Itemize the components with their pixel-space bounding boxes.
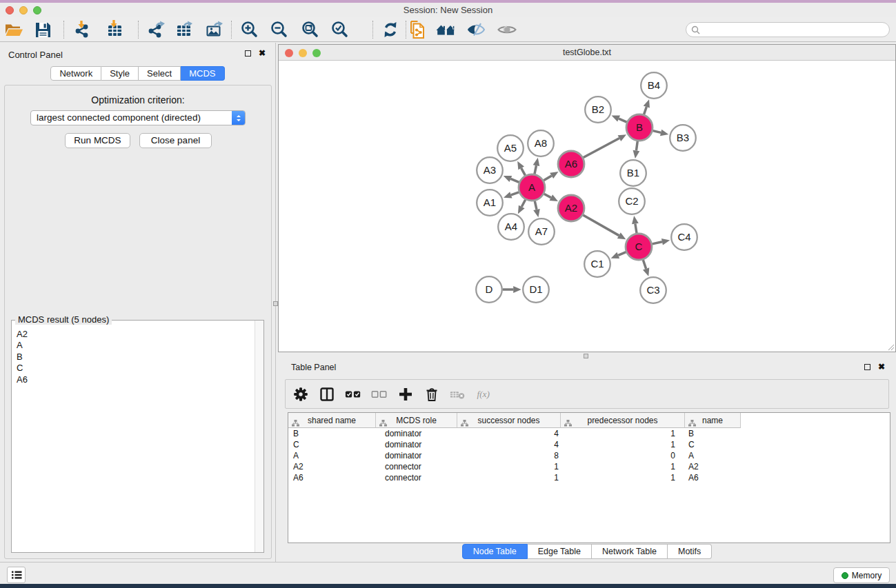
column-header-MCDS-role[interactable]: MCDS role (376, 413, 457, 428)
graph-edge[interactable] (636, 141, 637, 151)
checked-boxes-icon[interactable] (345, 386, 361, 403)
graph-edge[interactable] (535, 165, 536, 174)
tab-style[interactable]: Style (101, 66, 139, 81)
table-cell: 1 (457, 472, 561, 483)
graph-node-label: B4 (648, 79, 660, 91)
graph-node-label: A8 (535, 137, 547, 149)
table-row[interactable]: Bdominator41B (288, 428, 890, 439)
graph-edge[interactable] (653, 131, 661, 133)
graph-node-label: C4 (677, 231, 690, 243)
table-cell: 1 (561, 461, 685, 472)
graph-edge[interactable] (535, 201, 537, 210)
graph-edge[interactable] (510, 179, 519, 182)
mcds-result-item: C (17, 363, 28, 374)
refresh-icon[interactable] (380, 19, 401, 40)
add-icon[interactable] (397, 386, 414, 403)
status-bar: Memory (0, 562, 896, 584)
network-window-titlebar[interactable]: testGlobe.txt (279, 45, 895, 61)
table-row[interactable]: A6connector11A6 (288, 472, 890, 483)
graph-node-label: A (528, 181, 535, 193)
tab-node-table[interactable]: Node Table (462, 544, 528, 559)
graph-edge[interactable] (544, 176, 551, 181)
graph-node-label: B1 (627, 167, 639, 179)
graph-edge[interactable] (583, 215, 619, 236)
table-cell: C (685, 439, 741, 450)
status-list-button[interactable] (7, 567, 26, 583)
toolbar-separator (231, 21, 232, 39)
table-row[interactable]: Adominator80A (288, 450, 890, 461)
close-panel-button[interactable]: Close panel (139, 133, 212, 148)
table-cell: 4 (457, 439, 561, 450)
graph-edge[interactable] (511, 192, 519, 195)
table-cell: C (288, 439, 376, 450)
horizontal-divider-handle[interactable] (584, 354, 588, 358)
graph-edge-arrow (504, 176, 512, 182)
tab-network-table[interactable]: Network Table (592, 544, 668, 559)
run-mcds-button[interactable]: Run MCDS (65, 133, 130, 148)
graph-node-label: A4 (505, 221, 517, 232)
table-row[interactable]: Cdominator41C (288, 439, 890, 450)
graph-edge[interactable] (521, 200, 525, 207)
graph-edge[interactable] (584, 139, 619, 158)
columns-icon[interactable] (319, 386, 335, 403)
graph-node-label: D (486, 283, 493, 295)
table-cell: 1 (561, 428, 685, 439)
dropdown-stepper-icon (232, 111, 245, 125)
graph-edge[interactable] (544, 194, 551, 197)
column-header-name[interactable]: name (685, 413, 741, 428)
toolbar-separator (372, 21, 373, 39)
close-panel-icon[interactable]: ✖ (259, 50, 266, 57)
import-network-icon[interactable] (72, 19, 93, 40)
graph-edge[interactable] (521, 168, 526, 176)
column-header-shared-name[interactable]: shared name (288, 413, 376, 428)
graph-edge[interactable] (635, 223, 637, 233)
zoom-in-icon[interactable] (239, 19, 260, 40)
table-close-icon[interactable]: ✖ (878, 364, 885, 370)
vertical-divider-handle[interactable] (273, 301, 278, 306)
table-tabs: Node TableEdge TableNetwork TableMotifs (278, 544, 896, 559)
table-row[interactable]: A2connector11A2 (288, 461, 890, 472)
graph-edge[interactable] (618, 252, 626, 256)
column-header-predecessor-nodes[interactable]: predecessor nodes (561, 413, 685, 428)
save-session-icon[interactable] (32, 19, 53, 40)
tab-network[interactable]: Network (50, 66, 101, 81)
home-pair-icon[interactable] (436, 19, 457, 40)
trash-icon[interactable] (424, 386, 440, 403)
table-cell: B (288, 428, 376, 439)
clone-network-icon[interactable] (407, 19, 428, 40)
unchecked-boxes-icon[interactable] (371, 386, 388, 403)
export-network-icon[interactable] (146, 19, 166, 40)
graph-edge[interactable] (619, 119, 627, 122)
zoom-selected-icon[interactable] (330, 19, 350, 40)
memory-status-dot (842, 572, 848, 579)
export-image-icon[interactable] (203, 19, 224, 40)
float-panel-icon[interactable] (245, 50, 251, 57)
search-input[interactable] (686, 22, 890, 37)
tab-mcds[interactable]: MCDS (181, 66, 224, 81)
zoom-out-icon[interactable] (269, 19, 290, 40)
criterion-dropdown[interactable]: largest connected component (directed) (30, 110, 246, 125)
network-graph-canvas[interactable]: AA1A2A3A4A5A6A7A8BB1B2B3B4CC1C2C3C4DD1 (279, 61, 895, 352)
result-scrollbar[interactable] (255, 321, 263, 552)
graph-edge[interactable] (643, 260, 646, 269)
network-window-title: testGlobe.txt (279, 48, 895, 57)
tab-select[interactable]: Select (139, 66, 181, 81)
memory-button[interactable]: Memory (833, 567, 890, 583)
graph-edge[interactable] (653, 242, 662, 244)
tab-edge-table[interactable]: Edge Table (528, 544, 592, 559)
table-float-icon[interactable] (864, 364, 870, 370)
gear-icon[interactable] (292, 386, 309, 403)
table-body: Bdominator41BCdominator41CAdominator80AA… (288, 428, 890, 483)
hide-graphics-icon[interactable] (466, 19, 486, 40)
import-table-icon[interactable] (104, 19, 125, 40)
node-table: shared nameMCDS rolesuccessor nodesprede… (288, 412, 890, 543)
column-header-successor-nodes[interactable]: successor nodes (457, 413, 561, 428)
show-graphics-icon[interactable] (497, 19, 517, 40)
resize-grip-icon[interactable] (886, 343, 895, 351)
tab-motifs[interactable]: Motifs (668, 544, 712, 559)
open-folder-icon[interactable] (3, 19, 24, 40)
zoom-fit-icon[interactable] (300, 19, 321, 40)
export-table-icon[interactable] (173, 19, 194, 40)
control-panel: Control Panel ✖ NetworkStyleSelectMCDS O… (0, 43, 276, 562)
graph-edge[interactable] (644, 107, 647, 114)
